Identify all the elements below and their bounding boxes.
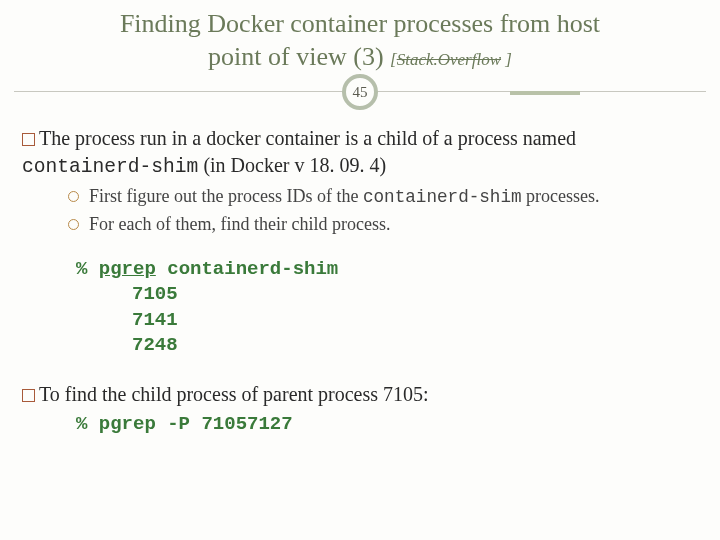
shell-prompt: %	[76, 258, 87, 280]
square-bullet-icon	[22, 133, 35, 146]
circle-bullet-icon	[68, 191, 79, 202]
sub-list: First figure out the process IDs of the …	[22, 180, 698, 246]
square-bullet-icon	[22, 389, 35, 402]
title-line-1: Finding Docker container processes from …	[30, 8, 690, 41]
page-number-badge: 45	[342, 74, 378, 110]
inline-code: containerd-shim	[363, 187, 522, 207]
slide-title: Finding Docker container processes from …	[0, 0, 720, 73]
command-arg: containerd-shim	[167, 258, 338, 280]
code-block-1: % pgrep containerd-shim 7105 7141 7248	[22, 247, 698, 372]
command: pgrep	[99, 258, 156, 280]
citation: [Stack.Overflow ]	[390, 50, 512, 69]
divider-accent	[510, 91, 580, 95]
inline-code: containerd-shim	[22, 156, 198, 178]
content-area: The process run in a docker container is…	[0, 113, 720, 448]
divider-row: 45	[0, 77, 720, 113]
output-line: 7248	[76, 333, 698, 359]
title-line-2: point of view (3) [Stack.Overflow ]	[30, 41, 690, 74]
sub-item-2: For each of them, find their child proce…	[68, 212, 698, 236]
title-line-2-text: point of view (3)	[208, 42, 390, 71]
code-line: % pgrep containerd-shim	[76, 257, 698, 283]
output-line: 7141	[76, 308, 698, 334]
shell-prompt: %	[76, 413, 87, 435]
page-number: 45	[353, 84, 368, 101]
circle-bullet-icon	[68, 219, 79, 230]
sub-item-1: First figure out the process IDs of the …	[68, 184, 698, 210]
citation-link[interactable]: Stack.Overflow	[397, 50, 501, 69]
code-block-2: % pgrep -P 71057127	[22, 408, 698, 438]
command-line: pgrep -P 71057127	[87, 413, 292, 435]
paragraph-1: The process run in a docker container is…	[22, 125, 698, 180]
slide: Finding Docker container processes from …	[0, 0, 720, 540]
output-line: 7105	[76, 282, 698, 308]
paragraph-2: To find the child process of parent proc…	[22, 381, 698, 408]
